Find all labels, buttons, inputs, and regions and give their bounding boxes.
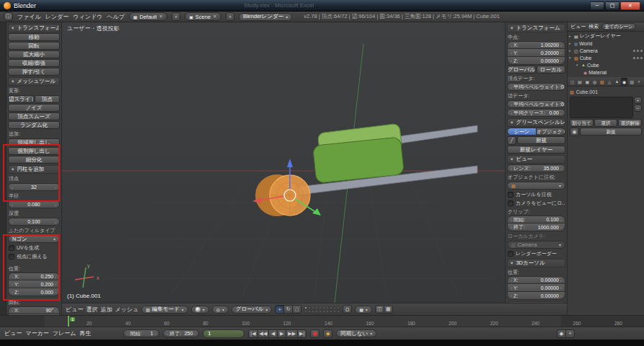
render-engine-selector[interactable]: Blenderレンダー <box>239 13 292 21</box>
layer-grid[interactable] <box>304 306 340 313</box>
add-scene-button[interactable]: + <box>226 12 234 21</box>
cube-object[interactable] <box>313 123 405 183</box>
panel-header-grease-pencil[interactable]: ▼ グリースペンシルレイ... <box>507 118 565 127</box>
menu-view[interactable]: ビュー <box>66 306 83 314</box>
browse-material-icon[interactable]: ◉ <box>570 128 579 136</box>
radius-field[interactable]: 0.080 <box>8 200 60 208</box>
add-slot-button[interactable]: + <box>634 97 642 104</box>
shrink-fatten-button[interactable]: 収縮/膨張 <box>8 59 60 67</box>
outliner-item-renderlayers[interactable]: ▸ ▤ レンダーレイヤー <box>569 32 643 40</box>
remove-slot-button[interactable]: − <box>634 105 642 112</box>
scene-selector[interactable]: ▣ Scene ✕ <box>185 12 221 21</box>
location-x-field[interactable]: X:0.250 <box>8 272 60 280</box>
assign-button[interactable]: 割り当て <box>570 119 594 127</box>
timeline-menu-playback[interactable]: 再生 <box>79 329 91 337</box>
rotation-x-field[interactable]: X:90° <box>8 306 60 314</box>
panel-header-transform[interactable]: ▼ トランスフォーム <box>8 24 60 32</box>
panel-header-view[interactable]: ▼ ビュー <box>507 155 565 164</box>
lock-camera-checkbox[interactable]: カメラをビューにロ... <box>508 200 565 207</box>
outliner-item-cube-mesh[interactable]: ▾ ▲ Cube <box>569 61 643 68</box>
subdivide-button[interactable]: 細分化 <box>8 156 60 164</box>
viewport-canvas[interactable]: x y <box>62 22 505 303</box>
tab-physics-icon[interactable]: ◐ <box>636 78 643 86</box>
expand-icon[interactable]: ▸ <box>569 48 573 53</box>
local-camera-field[interactable]: ◫ Camera <box>507 241 565 249</box>
depth-field[interactable]: 0.100 <box>8 218 60 226</box>
timeline-menu-frame[interactable]: フレーム <box>53 329 76 337</box>
expand-icon[interactable]: ▸ <box>569 34 573 38</box>
opengl-render-image-icon[interactable]: ◫ <box>375 305 384 314</box>
tab-scene-icon[interactable]: ▣ <box>584 78 591 86</box>
tab-render-icon[interactable]: ◫ <box>569 78 575 86</box>
expand-icon[interactable]: ▾ <box>576 63 580 67</box>
tab-material-icon[interactable]: ◉ <box>621 78 627 86</box>
outliner-item-material[interactable]: ◉ Material <box>569 68 643 76</box>
tab-world-icon[interactable]: ◍ <box>591 78 598 86</box>
scene-unlink-icon[interactable]: ✕ <box>213 14 217 19</box>
viewport-3d[interactable]: x y ユーザー・透視投影 (1) Cube.001 <box>62 22 505 303</box>
tab-render-layers-icon[interactable]: ▤ <box>576 78 583 86</box>
tab-object[interactable]: オブジェクト <box>537 128 565 136</box>
menu-file[interactable]: ファイル <box>17 13 41 21</box>
layout-unlink-icon[interactable]: ✕ <box>159 14 163 19</box>
auto-keyframe-record-button[interactable] <box>310 329 319 338</box>
new-material-button[interactable]: 新規 <box>580 128 642 136</box>
clip-end-field[interactable]: 終了:1000.000 <box>507 223 565 231</box>
tab-object-icon[interactable]: ▧ <box>599 78 605 86</box>
median-y-field[interactable]: Y:0.20000 <box>507 49 565 57</box>
select-button[interactable]: 選択 <box>594 119 618 127</box>
scale-manipulator-icon[interactable]: □ <box>292 305 301 314</box>
current-frame-playhead[interactable] <box>68 316 69 327</box>
generate-uv-checkbox[interactable]: UVを生成 <box>9 244 59 252</box>
close-button[interactable]: ✕ <box>620 1 640 10</box>
render-border-checkbox[interactable]: レンダーボーダー <box>508 250 565 257</box>
keying-set-icon[interactable]: ◆ <box>323 329 332 338</box>
randomize-button[interactable]: ランダム化 <box>8 121 60 129</box>
orientation-dropdown[interactable]: グローバル <box>231 306 272 314</box>
restriction-icons[interactable] <box>633 50 643 52</box>
toolshelf-tab-strip[interactable] <box>0 22 6 315</box>
shading-dropdown[interactable] <box>191 306 209 314</box>
pivot-dropdown[interactable]: ◎ <box>212 306 229 314</box>
panel-header-item[interactable]: ▼ アイテム <box>507 301 565 303</box>
panel-header-transform[interactable]: ▼ トランスフォーム <box>507 24 565 32</box>
tab-texture-icon[interactable]: ▨ <box>628 78 635 86</box>
tab-modifiers-icon[interactable]: ◬ <box>606 78 612 86</box>
location-z-field[interactable]: Z:0.000 <box>8 288 60 296</box>
new-layer-button[interactable]: 新規レイヤー <box>507 146 565 154</box>
smooth-vertex-button[interactable]: 頂点スムーズ <box>8 112 60 120</box>
timeline-menu-marker[interactable]: マーカー <box>25 329 48 337</box>
outliner-menu-search[interactable]: 検索 <box>588 23 599 30</box>
jump-to-end-button[interactable]: ▶| <box>297 329 306 338</box>
outliner-filter-dropdown[interactable]: 全てのシーン <box>601 23 636 30</box>
cursor-y-field[interactable]: Y:0.00000 <box>507 284 565 292</box>
opengl-render-anim-icon[interactable]: ▦ <box>384 305 393 314</box>
snap-magnet-icon[interactable]: Ω <box>343 305 352 314</box>
local-button[interactable]: ローカル <box>537 66 565 74</box>
deselect-button[interactable]: 選択解除 <box>618 119 642 127</box>
panel-header-add-cylinder[interactable]: ▼ 円柱を追加 <box>8 165 60 174</box>
menu-render[interactable]: レンダー <box>45 13 69 21</box>
panel-header-meshtools[interactable]: ▼ メッシュツール <box>8 77 60 86</box>
outliner-item-world[interactable]: ▸ ◍ World <box>569 40 643 47</box>
delete-keyframe-button[interactable]: + <box>565 329 575 338</box>
menu-help[interactable]: ヘルプ <box>107 13 125 21</box>
outliner-menu-view[interactable]: ビュー <box>570 23 586 30</box>
gpencil-new-button[interactable]: 新規 <box>517 136 565 144</box>
edge-bevel-weight-field[interactable]: 平均ベベルウェイト:0.00 <box>507 100 565 108</box>
expand-icon[interactable]: ▸ <box>569 41 573 45</box>
vertex-slide-button[interactable]: 頂点 <box>35 95 61 103</box>
editor-type-icon[interactable]: ⓘ <box>4 12 13 21</box>
timeline-ruler[interactable]: 20406080100120140160180200220240260280 1 <box>0 315 644 327</box>
extrude-region-button[interactable]: 領域押し出し <box>8 138 60 146</box>
panel-header-3d-cursor[interactable]: ▼ 3Dカーソル <box>507 259 565 267</box>
mode-dropdown[interactable]: ▧ 編集モード <box>141 306 188 314</box>
scale-button[interactable]: 拡大縮小 <box>8 50 60 58</box>
tab-data-icon[interactable]: ▲ <box>614 78 620 86</box>
restriction-icons[interactable] <box>633 57 643 59</box>
edge-slide-button[interactable]: 辺スライド <box>8 95 34 103</box>
vertex-bevel-weight-field[interactable]: 平均ベベルウェイト:0.00 <box>507 83 565 91</box>
add-layout-button[interactable]: + <box>172 12 180 21</box>
median-x-field[interactable]: X:1.00200 <box>507 41 565 49</box>
outliner-item-camera[interactable]: ▸ ◫ Camera <box>569 47 643 54</box>
